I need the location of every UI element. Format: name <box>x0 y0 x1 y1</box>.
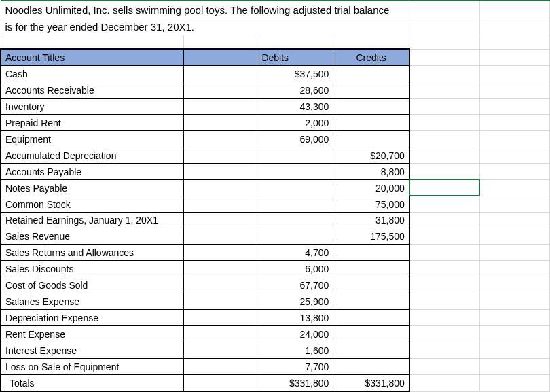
account-title[interactable]: Cost of Goods Sold <box>1 277 184 293</box>
account-title[interactable]: Salaries Expense <box>1 293 184 310</box>
account-title[interactable]: Accounts Receivable <box>1 82 184 99</box>
account-title[interactable]: Loss on Sale of Equipment <box>1 358 184 374</box>
cell-blank[interactable] <box>409 212 479 228</box>
cell-blank[interactable] <box>184 163 257 179</box>
cell-blank[interactable] <box>479 99 549 115</box>
credit-cell[interactable]: $20,700 <box>333 147 409 163</box>
cell-blank[interactable] <box>479 18 549 35</box>
cell-blank[interactable] <box>184 196 257 212</box>
debit-cell[interactable] <box>257 228 333 245</box>
account-title[interactable]: Accounts Payable <box>1 163 184 179</box>
account-title[interactable]: Cash <box>1 66 184 82</box>
cell-blank[interactable] <box>184 358 257 374</box>
credit-cell[interactable] <box>333 99 409 115</box>
cell-blank[interactable] <box>184 99 257 115</box>
account-title[interactable]: Depreciation Expense <box>1 310 184 326</box>
cell-blank[interactable] <box>409 325 479 342</box>
cell-blank[interactable] <box>184 66 257 82</box>
cell-blank[interactable] <box>479 196 549 212</box>
account-title[interactable]: Rent Expense <box>1 325 184 342</box>
intro-line-1[interactable]: Noodles Unlimited, Inc. sells swimming p… <box>1 1 409 18</box>
credit-cell[interactable]: 31,800 <box>333 212 409 228</box>
cell-blank[interactable] <box>479 1 549 18</box>
cell-blank[interactable] <box>479 374 549 391</box>
cell-blank[interactable] <box>479 293 549 310</box>
cell-blank[interactable] <box>479 114 549 130</box>
cell-blank[interactable] <box>184 293 257 310</box>
cell-blank[interactable] <box>409 1 479 18</box>
intro-line-2[interactable]: is for the year ended December 31, 20X1. <box>1 18 409 35</box>
debit-cell[interactable]: 25,900 <box>257 293 333 310</box>
cell-blank[interactable] <box>409 342 479 358</box>
account-title[interactable]: Sales Discounts <box>1 261 184 277</box>
cell-blank[interactable] <box>184 228 257 245</box>
account-title[interactable]: Common Stock <box>1 196 184 212</box>
cell-blank[interactable] <box>409 163 479 179</box>
account-title[interactable]: Inventory <box>1 99 184 115</box>
cell-blank[interactable] <box>479 179 549 196</box>
cell-blank[interactable] <box>409 228 479 245</box>
debit-cell[interactable]: 4,700 <box>257 245 333 261</box>
account-title[interactable]: Sales Returns and Allowances <box>1 245 184 261</box>
col-header-account[interactable]: Account Titles <box>1 49 184 65</box>
debit-cell[interactable]: 69,000 <box>257 130 333 147</box>
cell-blank[interactable] <box>184 179 257 196</box>
cell-blank[interactable] <box>479 66 549 82</box>
cell-blank[interactable] <box>479 310 549 326</box>
account-title[interactable]: Accumulated Depreciation <box>1 147 184 163</box>
col-header-blank[interactable] <box>184 49 257 65</box>
credit-cell[interactable] <box>333 130 409 147</box>
debit-cell[interactable]: 1,600 <box>257 342 333 358</box>
cell-blank[interactable] <box>479 130 549 147</box>
debit-cell[interactable]: 7,700 <box>257 358 333 374</box>
cell-blank[interactable] <box>479 245 549 261</box>
cell-blank[interactable] <box>409 130 479 147</box>
col-header-credits[interactable]: Credits <box>333 49 409 65</box>
cell-blank[interactable] <box>409 374 479 391</box>
cell-blank[interactable] <box>409 293 479 310</box>
cell-blank[interactable] <box>409 196 479 212</box>
cell-blank[interactable] <box>479 35 549 49</box>
debit-cell[interactable]: $37,500 <box>257 66 333 82</box>
cell-blank[interactable] <box>479 228 549 245</box>
totals-credit[interactable]: $331,800 <box>333 374 409 391</box>
cell-blank[interactable] <box>409 82 479 99</box>
cell-blank[interactable] <box>409 147 479 163</box>
cell-blank[interactable] <box>1 35 184 49</box>
debit-cell[interactable]: 67,700 <box>257 277 333 293</box>
debit-cell[interactable] <box>257 163 333 179</box>
credit-cell[interactable] <box>333 245 409 261</box>
account-title[interactable]: Retained Earnings, January 1, 20X1 <box>1 212 184 228</box>
account-title[interactable]: Interest Expense <box>1 342 184 358</box>
cell-blank[interactable] <box>184 325 257 342</box>
credit-cell[interactable] <box>333 342 409 358</box>
cell-blank[interactable] <box>409 310 479 326</box>
cell-blank[interactable] <box>257 35 333 49</box>
debit-cell[interactable]: 2,000 <box>257 114 333 130</box>
cell-blank[interactable] <box>184 147 257 163</box>
cell-blank[interactable] <box>409 358 479 374</box>
cell-blank[interactable] <box>184 277 257 293</box>
cell-blank[interactable] <box>184 310 257 326</box>
account-title[interactable]: Sales Revenue <box>1 228 184 245</box>
debit-cell[interactable] <box>257 179 333 196</box>
cell-blank[interactable] <box>409 261 479 277</box>
cell-blank[interactable] <box>479 212 549 228</box>
selected-cell[interactable] <box>409 179 479 196</box>
cell-blank[interactable] <box>479 277 549 293</box>
account-title[interactable]: Equipment <box>1 130 184 147</box>
cell-blank[interactable] <box>479 82 549 99</box>
cell-blank[interactable] <box>184 245 257 261</box>
cell-blank[interactable] <box>479 147 549 163</box>
cell-blank[interactable] <box>409 114 479 130</box>
credit-cell[interactable] <box>333 358 409 374</box>
credit-cell[interactable] <box>333 82 409 99</box>
credit-cell[interactable] <box>333 114 409 130</box>
debit-cell[interactable]: 28,600 <box>257 82 333 99</box>
cell-blank[interactable] <box>479 163 549 179</box>
cell-blank[interactable] <box>479 358 549 374</box>
totals-label[interactable]: Totals <box>1 374 184 391</box>
credit-cell[interactable]: 8,800 <box>333 163 409 179</box>
cell-blank[interactable] <box>409 277 479 293</box>
debit-cell[interactable]: 6,000 <box>257 261 333 277</box>
